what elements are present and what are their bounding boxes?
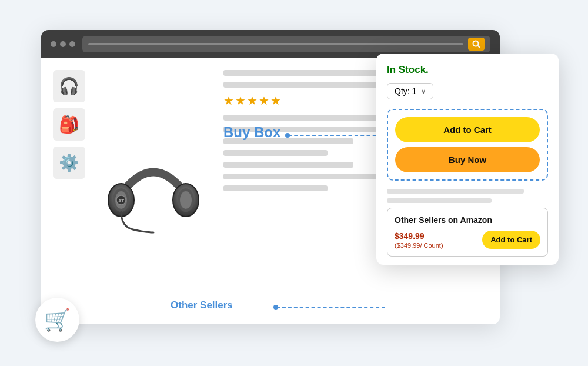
thumb-bag-icon: 🎒 <box>59 115 79 134</box>
buybox-connector-line <box>288 135 382 136</box>
sellers-connector-line <box>276 307 385 308</box>
star-4: ★ <box>259 94 269 108</box>
qty-selector[interactable]: Qty: 1 ∨ <box>387 83 433 99</box>
other-sellers-title: Other Sellers on Amazon <box>395 215 540 225</box>
desc-line-4 <box>223 150 328 156</box>
connector-dot <box>285 133 290 138</box>
browser-dot-2 <box>60 41 66 47</box>
desc-line-7 <box>223 185 328 191</box>
search-button[interactable] <box>468 38 485 51</box>
seller-price-sub: ($349.99/ Count) <box>395 242 443 249</box>
svg-text:AT: AT <box>118 198 124 204</box>
chevron-down-icon: ∨ <box>421 88 426 95</box>
star-3: ★ <box>247 94 258 108</box>
thumbnail-1[interactable]: 🎧 <box>53 70 85 102</box>
thumbnail-3[interactable]: ⚙️ <box>53 147 85 179</box>
browser-dot-1 <box>51 41 56 47</box>
other-sellers-section: Other Sellers on Amazon $349.99 ($349.99… <box>387 208 548 257</box>
headphone-image: AT <box>103 141 203 241</box>
addressbar-text <box>88 43 463 45</box>
search-icon <box>472 40 480 48</box>
card-placeholder-2 <box>387 198 492 203</box>
buy-box-label: Buy Box <box>223 124 280 141</box>
in-stock-text: In Stock. <box>387 64 548 76</box>
add-to-cart-button[interactable]: Add to Cart <box>395 117 540 142</box>
seller-price: $349.99 <box>395 231 443 241</box>
thumb-gear-icon: ⚙️ <box>59 153 79 172</box>
star-2: ★ <box>235 94 246 108</box>
seller-row: $349.99 ($349.99/ Count) Add to Cart <box>395 231 540 249</box>
cart-icon-circle[interactable]: 🛒 <box>35 298 79 342</box>
qty-label: Qty: 1 <box>395 86 416 96</box>
sellers-connector-dot <box>273 305 278 310</box>
browser-dots <box>51 41 75 47</box>
product-main-image: AT <box>98 70 209 312</box>
svg-point-7 <box>180 191 192 209</box>
buy-now-button[interactable]: Buy Now <box>395 147 540 172</box>
svg-line-1 <box>478 46 480 48</box>
thumbnails-column: 🎧 🎒 ⚙️ <box>53 70 88 312</box>
buy-box-dashed-area: Add to Cart Buy Now <box>387 109 548 181</box>
buy-box-card: In Stock. Qty: 1 ∨ Add to Cart Buy Now O… <box>376 54 559 265</box>
star-5: ★ <box>270 94 281 108</box>
card-placeholder-1 <box>387 189 524 194</box>
desc-line-5 <box>223 162 353 168</box>
star-1: ★ <box>223 94 234 108</box>
other-sellers-label: Other Sellers <box>171 300 233 311</box>
thumbnail-2[interactable]: 🎒 <box>53 108 85 141</box>
seller-add-to-cart-button[interactable]: Add to Cart <box>482 231 540 249</box>
browser-addressbar[interactable] <box>82 36 490 52</box>
cart-icon: 🛒 <box>44 308 71 332</box>
thumb-headphone-icon: 🎧 <box>59 76 79 96</box>
browser-dot-3 <box>69 41 75 47</box>
